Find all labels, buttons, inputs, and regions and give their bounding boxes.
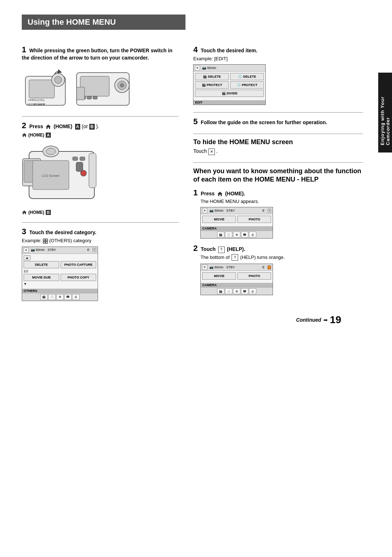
hs1-icon1[interactable]: 🎬 xyxy=(217,232,224,237)
svg-text:POWER: POWER xyxy=(34,103,45,106)
hs1-icon5[interactable]: 🖨 xyxy=(249,232,256,237)
step4-block: 4 Touch the desired item. Example: [EDIT… xyxy=(193,45,363,105)
step2-prefix: Press xyxy=(29,123,43,129)
main-content: Using the HOME MENU 1 While pressing the… xyxy=(0,0,392,557)
edit-film-protect[interactable]: 🎬 PROTECT xyxy=(195,81,229,89)
edit-row1: 🎬 DELETE 💿 DELETE xyxy=(195,73,264,80)
help-orange-icon: ? xyxy=(232,254,238,261)
photo-btn[interactable]: PHOTO xyxy=(237,216,271,223)
hs2-icon3[interactable]: ⊞ xyxy=(233,288,240,294)
others-top-bar: ✕ 📷 60min STBY E ? xyxy=(22,247,98,254)
hs1-icon4[interactable]: ☎ xyxy=(241,232,248,237)
step3-example: Example: (OTHERS) category xyxy=(22,238,179,244)
page-container: Enjoying with Your Camcorder Using the H… xyxy=(0,0,392,557)
help-step1-subtext: The HOME MENU appears. xyxy=(200,199,363,204)
arrow-icon: ➡ xyxy=(323,317,328,323)
step2-suffix: (HOME) xyxy=(54,123,72,129)
svg-text:ON: ON xyxy=(33,99,37,101)
help-title: When you want to know something about th… xyxy=(193,167,363,184)
help-icon-box: ? xyxy=(218,247,225,253)
svg-rect-21 xyxy=(73,157,78,160)
others-icon5[interactable]: 🖨 xyxy=(72,294,79,300)
svg-rect-31 xyxy=(46,239,48,241)
hs2-icon2[interactable]: ⬜ xyxy=(225,288,232,294)
svg-point-3 xyxy=(54,76,62,84)
help-step1-suffix: (HOME). xyxy=(225,191,245,196)
help-screen1-top: ✕ 📷 60min STBY E ? xyxy=(201,207,273,214)
divider-4 xyxy=(193,134,363,134)
others-photocopy-btn[interactable]: PHOTO COPY xyxy=(61,274,96,281)
others-icon3[interactable]: ⊞ xyxy=(56,294,64,300)
divider-1 xyxy=(22,116,179,117)
movie-btn2[interactable]: MOVIE xyxy=(202,272,236,280)
page-title-bar: Using the HOME MENU xyxy=(22,15,185,30)
svg-point-13 xyxy=(120,84,124,87)
svg-point-27 xyxy=(81,170,86,176)
home-b-badge: B xyxy=(46,210,51,215)
hide-section-text: Touch ✕ . xyxy=(193,148,363,155)
step3-num: 3 xyxy=(22,227,26,236)
others-photocapture-btn[interactable]: PHOTO CAPTURE xyxy=(61,261,96,268)
help-screen2-label: CAMERA xyxy=(201,283,273,287)
help-screen2-x[interactable]: ✕ xyxy=(202,265,207,270)
help-section: When you want to know something about th… xyxy=(193,167,363,296)
two-col-layout: 1 While pressing the green button, turn … xyxy=(22,45,363,308)
svg-rect-15 xyxy=(87,96,91,99)
x-box-icon: ✕ xyxy=(208,149,215,155)
edit-disc-delete[interactable]: 💿 DELETE xyxy=(230,73,264,80)
help-step1-num: 1 xyxy=(193,188,197,197)
help-screen1-buttons: MOVIE PHOTO xyxy=(202,216,271,223)
step3-text: Touch the desired category. xyxy=(29,229,97,235)
hs2-icon5[interactable]: 🖨 xyxy=(249,288,256,294)
others-icon2[interactable]: ⬜ xyxy=(48,294,56,300)
step5-text: Follow the guide on the screen for furth… xyxy=(201,119,327,125)
svg-rect-32 xyxy=(43,241,45,243)
svg-rect-23 xyxy=(76,162,83,171)
svg-text:LCD Screen: LCD Screen xyxy=(42,174,60,178)
divider-3 xyxy=(193,112,363,113)
help-screen1-content: MOVIE PHOTO xyxy=(201,214,273,225)
step5-block: 5 Follow the guide on the screen for fur… xyxy=(193,117,363,126)
svg-point-25 xyxy=(46,148,56,155)
others-icon1[interactable]: 🎬 xyxy=(40,294,48,300)
others-x-btn[interactable]: ✕ xyxy=(24,248,29,253)
svg-rect-22 xyxy=(80,157,85,160)
help-screen2-info: 📷 60min STBY E ? xyxy=(209,265,271,269)
hs2-icon1[interactable]: 🎬 xyxy=(217,288,224,294)
step2-camera-container: LCD Screen xyxy=(22,141,179,206)
edit-film-delete[interactable]: 🎬 DELETE xyxy=(195,73,229,80)
home-icon-inline xyxy=(45,124,51,130)
others-icon4[interactable]: ☎ xyxy=(64,294,72,300)
step1-block: 1 While pressing the green button, turn … xyxy=(22,45,179,109)
edit-disc-protect[interactable]: 💿 PROTECT xyxy=(230,81,264,89)
step3-block: 3 Touch the desired category. Example: (… xyxy=(22,227,179,301)
help-step2-num: 2 xyxy=(193,244,197,253)
camera-sketch-2 xyxy=(75,65,131,109)
page-indicator-down: ▼ xyxy=(24,282,96,286)
continued-label: Continued xyxy=(296,317,321,323)
hs1-icon3[interactable]: ⊞ xyxy=(233,232,240,237)
others-row1: DELETE PHOTO CAPTURE xyxy=(24,261,96,268)
help-screen2-top: ✕ 📷 60min STBY E ? xyxy=(201,264,273,271)
help-step2-suffix: (HELP). xyxy=(227,246,245,252)
movie-btn[interactable]: MOVIE xyxy=(202,216,236,223)
others-row2: MOVIE DUB PHOTO COPY xyxy=(24,274,96,281)
step1-num: 1 xyxy=(22,45,26,54)
hs1-icon2[interactable]: ⬜ xyxy=(225,232,232,237)
others-delete-btn[interactable]: DELETE xyxy=(24,261,59,268)
step4-text: Touch the desired item. xyxy=(201,48,257,53)
photo-btn2[interactable]: PHOTO xyxy=(237,272,271,280)
others-label-bar: OTHERS xyxy=(22,289,98,293)
hide-section-title: To hide the HOME MENU screen xyxy=(193,138,363,146)
others-moviedub-btn[interactable]: MOVIE DUB xyxy=(24,274,59,281)
edit-x-btn[interactable]: ✕ xyxy=(195,65,200,70)
svg-text:(CHG): (CHG) xyxy=(37,99,44,102)
orange-help-btn[interactable]: ? xyxy=(268,265,271,269)
help-screen1-info: 📷 60min STBY E ? xyxy=(209,209,271,213)
edit-divide[interactable]: 🎬 DIVIDE xyxy=(195,90,264,97)
others-screen: ✕ 📷 60min STBY E ? ▲ xyxy=(22,247,98,301)
divider-5 xyxy=(193,162,363,163)
side-tab: Enjoying with Your Camcorder xyxy=(378,73,392,153)
hs2-icon4[interactable]: ☎ xyxy=(241,288,248,294)
help-screen1-x[interactable]: ✕ xyxy=(202,208,207,213)
